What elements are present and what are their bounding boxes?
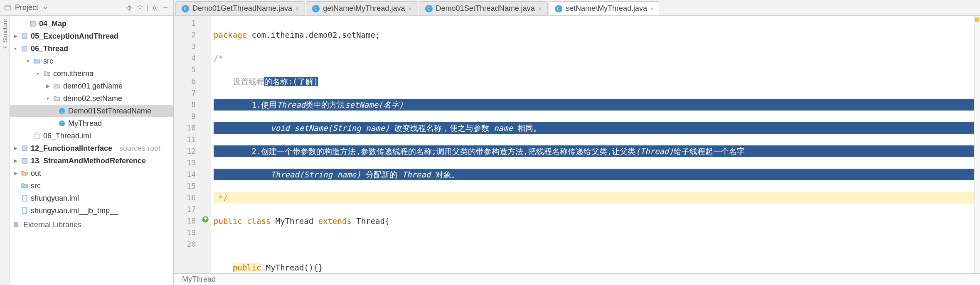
close-icon[interactable]: × — [295, 5, 299, 12]
tab-setname-mythread[interactable]: C setName\MyThread.java × — [549, 1, 660, 15]
line-number: 9 — [175, 111, 196, 122]
code-line: public class MyThread extends Thread{ — [214, 215, 974, 227]
gutter-icon-strip — [200, 16, 211, 273]
tree-node[interactable]: src — [10, 179, 173, 192]
line-number: 5 — [175, 64, 196, 76]
tree-node[interactable]: ▾com.itheima — [10, 67, 173, 80]
tool-tab-structure[interactable]: 7: Structure — [2, 19, 8, 49]
line-number: 3 — [175, 41, 196, 52]
expand-arrow-icon[interactable]: ▶ — [12, 30, 18, 42]
tree-label: com.itheima — [53, 67, 94, 80]
close-icon[interactable]: × — [650, 5, 654, 12]
tree-node[interactable]: ▶12_FunctionalInterface sources root — [10, 142, 173, 155]
line-number: 13 — [175, 157, 196, 169]
svg-rect-25 — [15, 222, 17, 227]
breadcrumb-bar[interactable]: MyThread — [174, 273, 980, 285]
iml-file-icon — [33, 132, 41, 140]
svg-text:C: C — [61, 109, 64, 113]
tree-label: shungyuan.iml__jb_tmp__ — [31, 204, 118, 217]
line-number: 4 — [175, 52, 196, 64]
tree-node[interactable]: ▾06_Thread — [10, 42, 173, 55]
java-class-icon: C — [58, 120, 66, 127]
collapse-arrow-icon[interactable]: ▾ — [12, 42, 18, 55]
line-number: 20 — [175, 238, 196, 250]
tree-label: out — [31, 167, 41, 179]
svg-rect-23 — [22, 208, 27, 214]
override-gutter-icon[interactable] — [201, 215, 209, 224]
svg-rect-18 — [22, 146, 27, 151]
expand-arrow-icon[interactable]: ▶ — [12, 142, 18, 155]
project-tree[interactable]: 04_Map ▶05_ExceptionAndThread ▾06_Thread… — [10, 16, 174, 285]
line-number: 11 — [175, 134, 196, 145]
iml-file-icon — [21, 207, 28, 214]
code-line: 2.创建一个带参数的构造方法,参数传递线程的名称;调用父类的带参构造方法,把线程… — [214, 145, 974, 157]
tree-label: 06_Thread — [31, 42, 68, 55]
expand-arrow-icon[interactable]: ▶ — [12, 155, 18, 167]
tree-node[interactable]: ▶05_ExceptionAndThread — [10, 30, 173, 42]
tree-node[interactable]: ▾src — [10, 55, 173, 67]
svg-text:C: C — [61, 121, 64, 126]
svg-rect-16 — [35, 133, 39, 139]
external-libraries[interactable]: External Libraries — [10, 217, 173, 233]
svg-point-4 — [153, 7, 156, 9]
error-stripe[interactable] — [974, 16, 980, 273]
package-icon — [53, 95, 61, 102]
tree-node[interactable]: 06_Thread.iml — [10, 130, 173, 142]
project-panel-title[interactable]: Project — [15, 3, 122, 12]
tree-label: External Libraries — [23, 219, 81, 231]
module-icon — [21, 32, 28, 40]
module-icon — [29, 20, 37, 27]
svg-rect-24 — [14, 222, 15, 227]
tree-node[interactable]: ▾demo02.setName — [10, 92, 173, 105]
tab-label: Demo01SetThreadName.java — [436, 4, 535, 13]
tab-label: getName\MyThread.java — [323, 4, 405, 13]
collapse-arrow-icon[interactable]: ▾ — [35, 67, 41, 80]
hide-icon[interactable] — [161, 3, 170, 12]
code-line: public MyThread(){} — [214, 262, 974, 273]
code-line: package com.itheima.demo02.setName; — [214, 29, 974, 41]
svg-rect-10 — [22, 46, 27, 51]
tree-node[interactable]: CMyThread — [10, 117, 173, 130]
line-number-gutter[interactable]: 1234567891011121314151617181920 — [174, 16, 200, 273]
collapse-arrow-icon[interactable]: ▾ — [25, 55, 31, 67]
gear-icon[interactable] — [150, 3, 159, 12]
tab-demo01getthreadname[interactable]: C Demo01GetThreadName.java × — [175, 1, 305, 15]
line-number: 10 — [175, 122, 196, 134]
warning-marker[interactable] — [975, 17, 979, 22]
tree-node[interactable]: shungyuan.iml — [10, 192, 173, 204]
tree-label: 06_Thread.iml — [43, 130, 91, 142]
tree-label: Demo01SetThreadName — [68, 105, 151, 117]
code-line: 1.使用Thread类中的方法setName(名字) — [214, 99, 974, 111]
close-icon[interactable]: × — [538, 5, 542, 12]
tab-demo01setthreadname[interactable]: C Demo01SetThreadName.java × — [419, 1, 548, 15]
tree-node[interactable]: shungyuan.iml__jb_tmp__ — [10, 204, 173, 217]
tree-label: demo02.setName — [63, 92, 122, 105]
collapse-all-icon[interactable] — [135, 3, 145, 12]
tree-node[interactable]: ▶demo01.getName — [10, 80, 173, 92]
code-line: void setName(String name) 改变线程名称，使之与参数 n… — [214, 122, 974, 134]
line-number: 18 — [175, 215, 196, 227]
svg-rect-1 — [5, 6, 11, 7]
tree-label: src — [43, 55, 53, 67]
locate-icon[interactable] — [125, 3, 134, 12]
code-text-area[interactable]: package com.itheima.demo02.setName; /* 设… — [211, 16, 974, 273]
tree-label: 12_FunctionalInterface — [31, 142, 112, 155]
package-icon — [43, 70, 51, 77]
line-number: 2 — [175, 29, 196, 41]
line-number: 6 — [175, 76, 196, 87]
tree-node[interactable]: ▶13_StreamAndMethodReference — [10, 155, 173, 167]
tree-node[interactable]: 04_Map — [10, 17, 173, 30]
expand-arrow-icon[interactable]: ▶ — [12, 167, 18, 179]
tree-label: src — [31, 179, 41, 192]
expand-arrow-icon[interactable]: ▶ — [45, 80, 51, 92]
tab-label: setName\MyThread.java — [566, 4, 647, 13]
collapse-arrow-icon[interactable]: ▾ — [45, 92, 51, 105]
tree-node-selected[interactable]: CDemo01SetThreadName — [10, 105, 173, 117]
tree-label: 05_ExceptionAndThread — [31, 30, 118, 42]
close-icon[interactable]: × — [408, 5, 411, 12]
tree-suffix: sources root — [119, 142, 160, 155]
module-icon — [21, 45, 28, 52]
tree-node[interactable]: ▶out — [10, 167, 173, 179]
tab-getname-mythread[interactable]: C getName\MyThread.java × — [306, 1, 418, 15]
code-line — [214, 238, 974, 250]
